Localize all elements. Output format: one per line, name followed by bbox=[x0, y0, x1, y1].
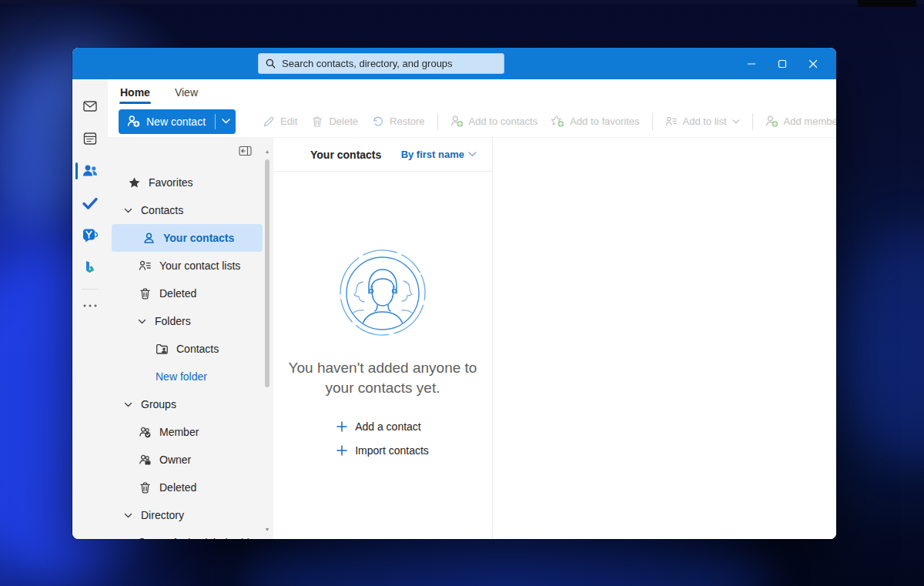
sidebar-section-label: Folders bbox=[155, 315, 191, 327]
delete-label: Delete bbox=[329, 116, 358, 127]
sidebar-item-member[interactable]: Member bbox=[108, 418, 273, 446]
yammer-icon bbox=[81, 226, 99, 245]
collapse-pane-button[interactable] bbox=[239, 146, 252, 156]
chevron-down-icon bbox=[468, 152, 477, 157]
reading-pane bbox=[493, 138, 836, 539]
contacts-list-pane: Your contacts By first name bbox=[273, 138, 493, 539]
tab-view[interactable]: View bbox=[173, 83, 199, 104]
add-to-contacts-button[interactable]: Add to contacts bbox=[444, 109, 545, 134]
ribbon-tabs: Home View bbox=[108, 79, 836, 105]
rail-selected-indicator bbox=[75, 162, 78, 179]
pencil-icon bbox=[263, 116, 275, 128]
rail-todo-button[interactable] bbox=[72, 187, 108, 219]
close-icon bbox=[808, 59, 818, 69]
sidebar-item-deleted-groups[interactable]: Deleted bbox=[108, 474, 273, 501]
sidebar-item-contacts-folder[interactable]: Contacts bbox=[108, 335, 273, 363]
scrollbar-thumb[interactable] bbox=[265, 159, 270, 387]
add-to-list-button[interactable]: Add to list bbox=[658, 109, 747, 134]
person-add-icon bbox=[127, 115, 140, 128]
app-rail bbox=[72, 79, 108, 539]
sidebar-item-new-folder[interactable]: New folder bbox=[108, 363, 273, 390]
rail-yammer-button[interactable] bbox=[72, 219, 108, 252]
toolbar-separator bbox=[752, 113, 753, 130]
person-icon bbox=[142, 232, 156, 245]
tab-home[interactable]: Home bbox=[119, 83, 152, 104]
sidebar-item-default-gal[interactable]: Default Global Add... bbox=[108, 529, 273, 539]
sort-by-label: By first name bbox=[401, 149, 464, 160]
sidebar-item-owner[interactable]: Owner bbox=[108, 446, 273, 474]
sidebar-item-your-contacts[interactable]: Your contacts bbox=[112, 224, 263, 252]
titlebar[interactable] bbox=[72, 48, 836, 79]
ellipsis-icon bbox=[82, 303, 98, 308]
add-members-button[interactable]: Add members bbox=[758, 109, 836, 134]
new-contact-label: New contact bbox=[146, 116, 206, 128]
todo-check-icon bbox=[81, 194, 99, 213]
rail-bing-button[interactable] bbox=[72, 252, 108, 284]
add-to-favorites-label: Add to favorites bbox=[570, 116, 639, 127]
add-to-contacts-label: Add to contacts bbox=[469, 116, 538, 127]
sidebar-item-your-contact-lists[interactable]: Your contact lists bbox=[108, 252, 273, 280]
wallpaper-blob bbox=[839, 231, 924, 462]
rail-people-button[interactable] bbox=[72, 155, 108, 187]
edit-button[interactable]: Edit bbox=[256, 109, 304, 134]
sort-by-dropdown[interactable]: By first name bbox=[401, 149, 477, 160]
ribbon-toolbar: New contact Edit bbox=[108, 105, 836, 138]
add-members-label: Add members bbox=[784, 116, 836, 127]
import-contacts-label: Import contacts bbox=[355, 444, 429, 457]
chevron-down-icon bbox=[123, 400, 133, 410]
add-a-contact-label: Add a contact bbox=[355, 420, 421, 433]
minimize-button[interactable] bbox=[736, 48, 767, 79]
maximize-button[interactable] bbox=[767, 48, 798, 79]
contact-list-icon bbox=[665, 116, 678, 128]
close-button[interactable] bbox=[798, 48, 829, 79]
calendar-icon bbox=[82, 130, 99, 147]
sidebar-item-label: Member bbox=[159, 426, 199, 438]
search-input[interactable] bbox=[282, 58, 497, 69]
sidebar-item-favorites[interactable]: Favorites bbox=[108, 169, 273, 196]
wallpaper-top-shade bbox=[0, 0, 924, 4]
folder-person-icon bbox=[156, 343, 169, 356]
trash-icon bbox=[139, 481, 152, 494]
scroll-down-arrow[interactable]: ▼ bbox=[265, 527, 270, 533]
sidebar-section-directory[interactable]: Directory bbox=[108, 501, 273, 529]
new-contact-dropdown[interactable] bbox=[216, 109, 236, 134]
scroll-up-arrow[interactable]: ▲ bbox=[265, 149, 270, 155]
sidebar-item-label: Deleted bbox=[159, 481, 196, 494]
top-right-black-strip bbox=[858, 0, 916, 7]
add-to-favorites-button[interactable]: Add to favorites bbox=[544, 109, 646, 134]
maximize-icon bbox=[778, 59, 787, 69]
sidebar-item-label: Deleted bbox=[159, 287, 196, 300]
sidebar-scrollbar[interactable]: ▲ ▼ bbox=[263, 149, 272, 533]
chevron-down-icon bbox=[732, 119, 740, 124]
chevron-down-icon bbox=[123, 511, 133, 521]
delete-button[interactable]: Delete bbox=[304, 109, 365, 134]
add-a-contact-link[interactable]: Add a contact bbox=[336, 420, 421, 433]
sidebar-section-label: Contacts bbox=[141, 204, 183, 216]
sidebar-section-groups[interactable]: Groups bbox=[108, 390, 273, 418]
sidebar-section-label: Groups bbox=[141, 398, 176, 410]
restore-label: Restore bbox=[390, 116, 425, 127]
search-icon bbox=[265, 58, 276, 69]
window-controls bbox=[736, 48, 829, 79]
sidebar-item-deleted[interactable]: Deleted bbox=[108, 280, 273, 307]
people-check-icon bbox=[139, 426, 152, 439]
new-contact-button[interactable]: New contact bbox=[119, 109, 236, 134]
import-contacts-link[interactable]: Import contacts bbox=[336, 444, 429, 457]
empty-contacts-illustration bbox=[337, 247, 428, 338]
minimize-icon bbox=[747, 59, 756, 69]
sidebar-section-contacts[interactable]: Contacts bbox=[108, 196, 273, 224]
rail-calendar-button[interactable] bbox=[72, 122, 108, 155]
plus-icon bbox=[336, 445, 347, 456]
rail-divider bbox=[82, 289, 99, 290]
trash-icon bbox=[311, 116, 323, 128]
rail-more-apps-button[interactable] bbox=[72, 294, 108, 317]
contact-list-icon bbox=[139, 260, 152, 273]
sidebar-item-label: Contacts bbox=[176, 343, 219, 355]
sidebar-section-folders[interactable]: Folders bbox=[108, 307, 273, 335]
rail-mail-button[interactable] bbox=[72, 90, 108, 122]
restore-button[interactable]: Restore bbox=[365, 109, 432, 134]
sidebar-item-label: Owner bbox=[159, 454, 191, 466]
toolbar-separator bbox=[652, 113, 653, 130]
search-box[interactable] bbox=[258, 53, 504, 74]
add-to-list-label: Add to list bbox=[683, 116, 727, 127]
